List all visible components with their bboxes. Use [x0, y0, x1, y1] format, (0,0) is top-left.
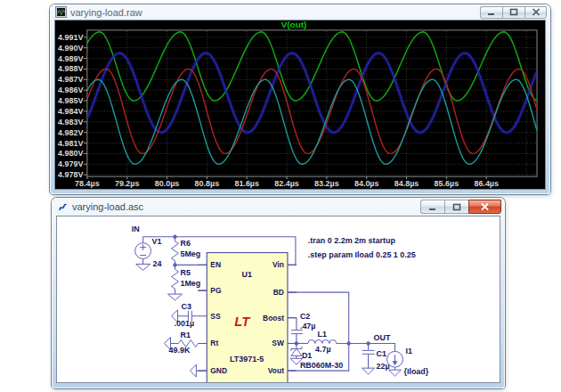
waveform-file-icon [55, 6, 67, 18]
v1-ref: V1 [152, 237, 162, 246]
y-tick-label: 4.984V [58, 107, 83, 116]
maximize-button[interactable] [502, 6, 524, 19]
x-tick-label: 79.2µs [115, 179, 140, 188]
capacitor-c2[interactable] [291, 331, 303, 334]
minimize-button[interactable] [480, 6, 502, 19]
pin-bd: BD [273, 288, 284, 297]
y-tick-label: 4.987V [58, 75, 83, 84]
r6-ref: R6 [180, 239, 190, 248]
maximize-icon [509, 8, 518, 16]
c3-value: .001µ [174, 319, 194, 328]
chip-ref: U1 [241, 270, 251, 279]
lt-logo-icon: LT [234, 314, 251, 329]
schematic-file-icon [57, 201, 69, 213]
minimize-icon [487, 8, 496, 16]
y-tick-label: 4.991V [58, 33, 83, 42]
pin-vin: Vin [272, 260, 284, 269]
y-tick-label: 4.985V [58, 96, 83, 105]
y-tick-label: 4.986V [58, 86, 83, 94]
schematic-pane[interactable]: IN V1 24 R6 5Meg R5 1Meg [56, 216, 500, 383]
minimize-button[interactable] [420, 200, 444, 214]
current-source-i1[interactable] [387, 351, 403, 376]
close-icon [480, 202, 490, 211]
chip-part: LT3971-5 [230, 355, 264, 363]
plot-window-titlebar[interactable]: varying-load.raw [50, 4, 550, 20]
r5-value: 1Meg [180, 279, 200, 288]
x-tick-label: 80.8µs [195, 179, 220, 188]
r1-ref: R1 [180, 331, 190, 339]
trace-legend-vout[interactable]: V(out) [281, 20, 307, 29]
trace-Iload=0.50[interactable] [87, 53, 537, 133]
d1-value: RB060M-30 [300, 361, 343, 370]
spice-directive-tran[interactable]: .tran 0 2.2m 2m startup [308, 236, 396, 245]
x-axis-labels: 78.4µs79.2µs80.0µs80.8µs81.6µs82.4µs83.2… [75, 176, 499, 188]
pin-gnd: GND [210, 366, 227, 375]
pin-vout: Vout [268, 366, 284, 375]
waveform-pane[interactable]: 4.991V4.990V4.989V4.988V4.987V4.986V4.98… [54, 20, 546, 190]
y-tick-label: 4.990V [58, 44, 83, 53]
y-tick-label: 4.982V [58, 128, 83, 137]
y-tick-label: 4.979V [58, 159, 83, 168]
x-tick-label: 84.0µs [354, 179, 379, 188]
y-tick-label: 4.981V [58, 139, 83, 148]
spice-directive-step[interactable]: .step param Iload 0.25 1 0.25 [308, 251, 416, 260]
i1-ref: I1 [405, 347, 412, 355]
c2-ref: C2 [300, 312, 310, 321]
x-tick-label: 84.8µs [394, 179, 419, 188]
y-axis-labels: 4.991V4.990V4.989V4.988V4.987V4.986V4.98… [58, 33, 87, 179]
voltage-source-v1[interactable] [135, 243, 151, 271]
pin-boost: Boost [263, 314, 284, 323]
ground-symbol [136, 264, 150, 270]
x-tick-label: 78.4µs [75, 179, 100, 188]
i1-value: {Iload} [403, 367, 428, 376]
x-tick-label: 83.2µs [314, 179, 339, 188]
c2-value: .47µ [300, 322, 316, 331]
c3-ref: C3 [181, 302, 191, 311]
r5-ref: R5 [180, 268, 190, 277]
net-label-out[interactable]: OUT [374, 333, 391, 342]
y-tick-label: 4.989V [58, 54, 83, 63]
chip-u1[interactable]: EN PG SS Rt GND Vin BD Boost SW Vout U1 … [198, 253, 297, 382]
r6-value: 5Meg [180, 249, 200, 258]
x-tick-label: 86.4µs [474, 179, 499, 188]
ground-symbol [389, 370, 402, 376]
y-tick-label: 4.988V [58, 64, 83, 73]
x-tick-label: 80.0µs [155, 179, 180, 188]
pin-en: EN [210, 260, 221, 269]
traces[interactable] [87, 32, 537, 164]
pin-pg: PG [210, 286, 222, 295]
schematic-window: varying-load.asc [52, 198, 505, 388]
close-icon [532, 8, 541, 16]
close-button[interactable] [524, 6, 547, 19]
maximize-icon [452, 203, 461, 211]
ground-symbol [362, 368, 375, 374]
plot-window: varying-load.raw 4.991V4.990V4.989V4.988… [50, 4, 550, 194]
maximize-button[interactable] [444, 200, 468, 214]
d1-ref: D1 [302, 351, 312, 360]
pin-sw: SW [272, 339, 284, 347]
waveform-plot[interactable]: 4.991V4.990V4.989V4.988V4.987V4.986V4.98… [55, 20, 545, 189]
y-tick-label: 4.978V [58, 170, 83, 179]
x-tick-label: 85.6µs [435, 179, 459, 188]
y-tick-label: 4.983V [58, 118, 83, 127]
schematic-window-titlebar[interactable]: varying-load.asc [52, 198, 505, 216]
close-button[interactable] [468, 200, 501, 214]
x-tick-label: 82.4µs [274, 179, 299, 188]
r1-value: 49.9K [168, 346, 190, 355]
pin-ss: SS [210, 312, 221, 321]
ground-gnd-pin[interactable] [190, 364, 196, 377]
plot-window-title: varying-load.raw [70, 7, 476, 18]
schematic-canvas[interactable]: IN V1 24 R6 5Meg R5 1Meg [57, 216, 500, 382]
l1-value: 4.7µ [315, 345, 331, 354]
y-tick-label: 4.980V [58, 149, 83, 158]
x-tick-label: 81.6µs [234, 179, 259, 188]
desktop: varying-load.raw 4.991V4.990V4.989V4.988… [0, 0, 561, 392]
c1-ref: C1 [377, 349, 386, 358]
schematic-window-title: varying-load.asc [72, 201, 417, 212]
resistor-r6[interactable] [171, 241, 178, 261]
l1-ref: L1 [318, 330, 327, 339]
pin-rt: Rt [210, 339, 218, 347]
v1-value: 24 [153, 259, 162, 268]
net-label-in[interactable]: IN [132, 225, 140, 233]
inductor-l1[interactable] [308, 340, 337, 344]
